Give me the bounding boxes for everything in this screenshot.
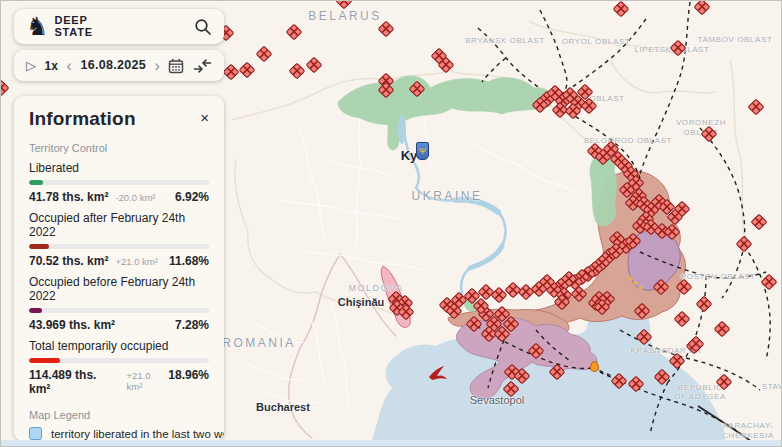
panel-title: Information	[29, 108, 136, 130]
event-marker-icon[interactable]	[748, 99, 765, 116]
event-marker-icon[interactable]	[674, 311, 691, 328]
kyiv-coat-of-arms-icon[interactable]: Ψ	[416, 142, 429, 160]
stat-progress-bar	[29, 244, 209, 249]
stat-values: 43.969 ths. km²7.28%	[29, 318, 209, 332]
legend-label: territory liberated in the last two week…	[51, 428, 224, 440]
event-marker-icon[interactable]	[751, 214, 768, 231]
fire-icon[interactable]	[590, 361, 599, 372]
stat-percent: 11.68%	[169, 254, 209, 268]
event-marker-icon[interactable]	[701, 126, 718, 143]
map-legend-label: Map Legend	[29, 409, 209, 421]
stat-label: Occupied after February 24th 2022	[29, 211, 209, 239]
stat-progress-bar	[29, 358, 209, 363]
event-marker-icon[interactable]	[466, 316, 483, 333]
sea-bird-icon[interactable]	[426, 364, 450, 384]
stat-value: 43.969 ths. km²	[29, 318, 115, 332]
calendar-icon[interactable]	[168, 58, 184, 74]
stat-delta: -20.0 km²	[115, 192, 155, 203]
information-panel: Information × Territory Control Liberate…	[14, 96, 224, 441]
event-marker-icon[interactable]	[634, 303, 651, 320]
legend-swatch	[29, 427, 42, 440]
event-marker-icon[interactable]	[636, 329, 653, 346]
stat-percent: 6.92%	[175, 190, 209, 204]
event-marker-icon[interactable]	[628, 376, 645, 393]
event-marker-icon[interactable]	[239, 62, 256, 79]
close-icon[interactable]: ×	[200, 110, 209, 125]
timeline-controls: ▷ 1x ‹ 16.08.2025 ›	[14, 50, 224, 81]
collapse-timeline-icon[interactable]	[193, 58, 212, 74]
event-marker-icon[interactable]	[761, 274, 778, 291]
brand-line2: STATE	[54, 27, 92, 39]
event-marker-icon[interactable]	[378, 21, 395, 38]
date-display[interactable]: 16.08.2025	[80, 59, 146, 72]
stat-progress-bar	[29, 180, 209, 185]
event-marker-icon[interactable]	[336, 0, 353, 9]
territory-stat-row: Occupied before February 24th 202243.969…	[29, 275, 209, 332]
window-bottom-strip	[0, 440, 782, 447]
stat-percent: 7.28%	[175, 318, 209, 332]
event-marker-icon[interactable]	[0, 80, 9, 97]
next-date-button[interactable]: ›	[155, 58, 160, 74]
deepstate-logo: DEEP STATE	[54, 15, 92, 38]
territory-stat-row: Liberated41.78 ths. km²-20.0 km²6.92%	[29, 161, 209, 204]
stat-delta: +21.0 km²	[115, 256, 158, 267]
event-marker-icon[interactable]	[286, 24, 303, 41]
event-marker-icon[interactable]	[670, 40, 687, 57]
stat-value: 41.78 ths. km²	[29, 190, 108, 204]
event-marker-icon[interactable]	[653, 279, 670, 296]
event-marker-icon[interactable]	[676, 279, 693, 296]
event-marker-icon[interactable]	[716, 374, 733, 391]
stat-delta: +21.0 km²	[127, 370, 169, 392]
stats-list: Liberated41.78 ths. km²-20.0 km²6.92%Occ…	[29, 161, 209, 396]
stat-progress-bar	[29, 308, 209, 313]
event-marker-icon[interactable]	[503, 381, 520, 398]
stat-percent: 18.96%	[168, 368, 209, 382]
event-marker-icon[interactable]	[306, 57, 323, 74]
stat-values: 41.78 ths. km²-20.0 km²6.92%	[29, 190, 209, 204]
speed-button[interactable]: 1x	[45, 60, 58, 72]
stat-label: Liberated	[29, 161, 209, 175]
deepstate-knight-icon: ♞	[26, 14, 48, 39]
event-marker-icon[interactable]	[256, 46, 273, 63]
event-marker-icon[interactable]	[714, 321, 731, 338]
stat-label: Total temporarily occupied	[29, 339, 209, 353]
event-marker-icon[interactable]	[736, 236, 753, 253]
event-marker-icon[interactable]	[505, 282, 522, 299]
previous-date-button[interactable]: ‹	[66, 58, 71, 74]
stat-values: 70.52 ths. km²+21.0 km²11.68%	[29, 254, 209, 268]
stat-value: 114.489 ths. km²	[29, 368, 120, 396]
stat-label: Occupied before February 24th 2022	[29, 275, 209, 303]
event-marker-icon[interactable]	[528, 343, 545, 360]
stat-value: 70.52 ths. km²	[29, 254, 108, 268]
search-icon[interactable]	[194, 18, 212, 36]
event-marker-icon[interactable]	[223, 64, 240, 81]
stat-values: 114.489 ths. km²+21.0 km²18.96%	[29, 368, 209, 396]
legend-list: territory liberated in the last two week…	[29, 427, 209, 441]
event-marker-icon[interactable]	[694, 0, 711, 15]
territory-stat-row: Total temporarily occupied114.489 ths. k…	[29, 339, 209, 396]
event-marker-icon[interactable]	[696, 296, 713, 313]
territory-stat-row: Occupied after February 24th 202270.52 t…	[29, 211, 209, 268]
brand-line1: DEEP	[54, 15, 92, 27]
event-marker-icon[interactable]	[613, 1, 630, 18]
territory-control-label: Territory Control	[29, 142, 209, 154]
event-marker-icon[interactable]	[289, 63, 306, 80]
event-marker-icon[interactable]	[409, 81, 426, 98]
play-button[interactable]: ▷	[26, 59, 36, 72]
event-marker-icon[interactable]	[549, 364, 566, 381]
logo-card: ♞ DEEP STATE	[14, 9, 224, 44]
legend-item: territory liberated in the last two week…	[29, 427, 209, 440]
event-marker-icon[interactable]	[611, 373, 628, 390]
event-marker-icon[interactable]	[654, 369, 671, 386]
event-marker-icon[interactable]	[669, 353, 686, 370]
